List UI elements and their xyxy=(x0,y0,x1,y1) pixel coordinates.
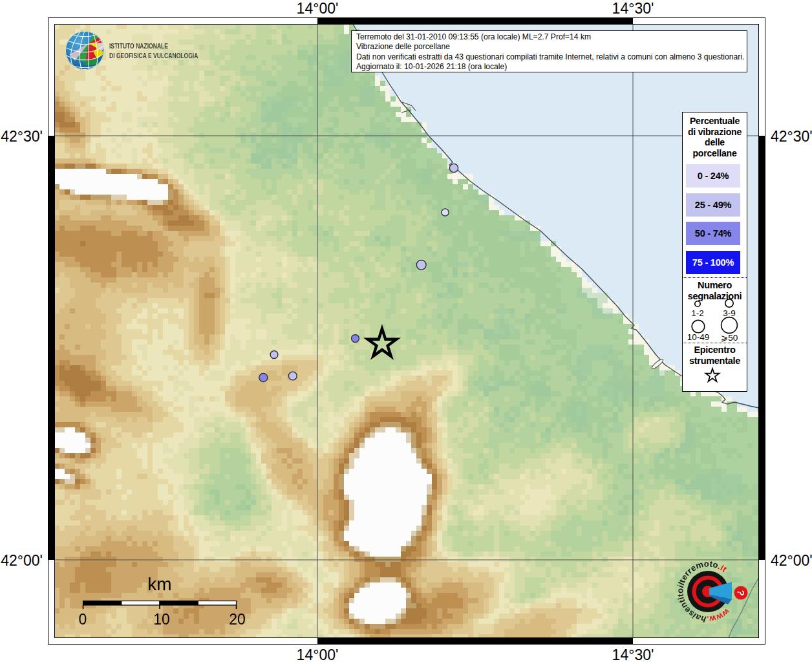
axis-label-top-lon1: 14°00' xyxy=(297,0,339,17)
event-disclaimer: Dati non verificati estratti da 43 quest… xyxy=(356,52,747,62)
ingv-logo-line1: ISTITUTO NAZIONALE xyxy=(109,41,198,51)
axis-label-top-lon2: 14°30' xyxy=(612,0,654,17)
axis-label-bottom-lon2: 14°30' xyxy=(612,646,654,662)
size-label-ge-50: ⩾50 xyxy=(721,332,738,343)
map-frame-inner xyxy=(54,24,759,638)
legend: Percentuale di vibrazione delle porcella… xyxy=(682,112,747,392)
ingv-logo-line2: DI GEOFISICA E VULCANOLOGIA xyxy=(109,51,198,61)
legend-separator xyxy=(683,343,747,343)
axis-label-left-lat1: 42°30' xyxy=(1,128,43,145)
ingv-globe-logo xyxy=(64,30,105,71)
size-symbol-10-49 xyxy=(692,320,705,333)
axis-label-left-lat2: 42°00' xyxy=(1,552,43,570)
size-label-1-2: 1-2 xyxy=(691,308,704,318)
axis-label-right-lat2: 42°00' xyxy=(771,552,812,570)
event-info-box: Terremoto del 31-01-2010 09:13:55 (ora l… xyxy=(351,30,747,72)
size-label-3-9: 3-9 xyxy=(723,308,736,318)
legend-sizes-title-line: Numero xyxy=(683,280,747,291)
legend-swatch-75-100: 75 - 100% xyxy=(686,251,740,274)
event-question: Vibrazione delle porcellane xyxy=(356,42,747,52)
size-label-10-49: 10-49 xyxy=(687,332,710,342)
legend-epicenter-title-line: strumentale xyxy=(683,356,747,367)
legend-title: Percentuale di vibrazione delle porcella… xyxy=(683,116,747,158)
axis-label-right-lat1: 42°30' xyxy=(771,128,812,145)
size-symbol-1-2 xyxy=(695,301,700,306)
legend-swatch-0-24: 0 - 24% xyxy=(686,164,740,187)
size-symbol-ge-50 xyxy=(721,317,738,334)
legend-title-line: Percentuale xyxy=(683,116,747,127)
event-updated-at: Aggiornato il: 10-01-2026 21:18 (ora loc… xyxy=(356,62,747,72)
legend-title-line: delle xyxy=(683,137,747,148)
legend-title-line: porcellane xyxy=(683,148,747,159)
size-symbol-3-9 xyxy=(725,299,733,307)
axis-label-bottom-lon1: 14°00' xyxy=(297,646,339,662)
star-icon xyxy=(706,368,720,381)
legend-swatch-50-74: 50 - 74% xyxy=(686,222,740,245)
legend-epicenter-title-line: Epicentro xyxy=(683,345,747,356)
legend-separator xyxy=(683,277,747,278)
event-title: Terremoto del 31-01-2010 09:13:55 (ora l… xyxy=(356,32,747,42)
felt-map-page: { "header": { "line1": "Terremoto del 31… xyxy=(0,0,812,662)
legend-epicenter-symbol xyxy=(703,366,722,385)
legend-swatch-25-49: 25 - 49% xyxy=(686,193,740,217)
legend-title-line: di vibrazione xyxy=(683,127,747,138)
ingv-logo-text: ISTITUTO NAZIONALE DI GEOFISICA E VULCAN… xyxy=(109,41,198,61)
legend-epicenter-title: Epicentro strumentale xyxy=(683,345,747,366)
